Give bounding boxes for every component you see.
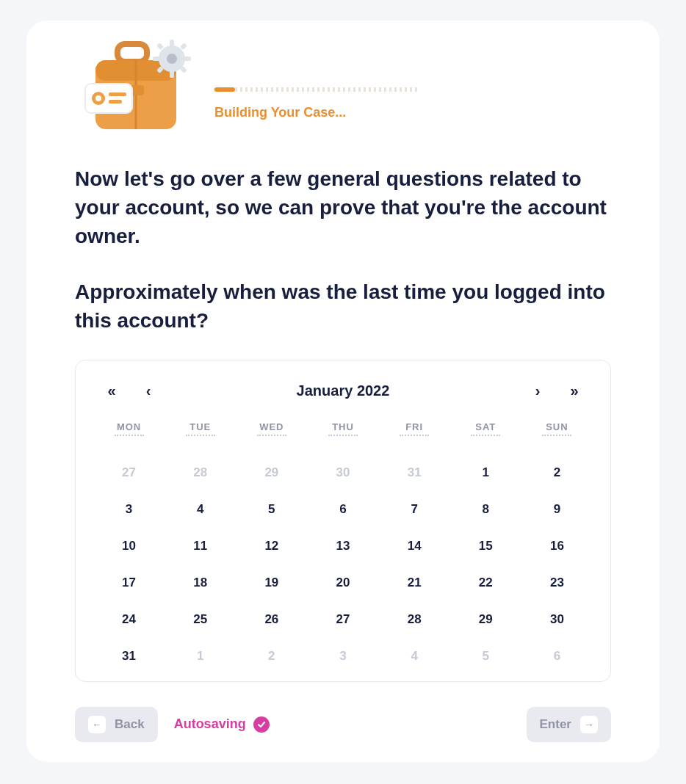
back-button[interactable]: ← Back [75, 707, 158, 742]
calendar-prev-month[interactable]: ‹ [130, 382, 167, 399]
svg-rect-11 [170, 40, 174, 47]
calendar-day[interactable]: 31 [379, 462, 450, 483]
calendar-day[interactable]: 28 [379, 609, 450, 630]
question-heading: Now let's go over a few general question… [75, 164, 611, 251]
autosave-label: Autosaving [174, 716, 246, 732]
calendar-next-month[interactable]: › [519, 382, 556, 399]
calendar-day[interactable]: 6 [307, 499, 378, 520]
calendar-day[interactable]: 28 [165, 462, 236, 483]
calendar-day[interactable]: 2 [236, 646, 307, 667]
svg-rect-17 [180, 43, 187, 50]
svg-rect-0 [118, 44, 147, 62]
calendar-day[interactable]: 4 [379, 646, 450, 667]
form-card: Building Your Case... Now let's go over … [26, 21, 660, 762]
calendar-day[interactable]: 11 [165, 536, 236, 556]
progress-block: Building Your Case... [214, 87, 611, 137]
progress-fill [214, 87, 235, 92]
calendar: « ‹ January 2022 › » MONTUEWEDTHUFRISATS… [75, 360, 611, 682]
calendar-day[interactable]: 3 [307, 646, 378, 667]
calendar-day[interactable]: 8 [450, 499, 521, 520]
calendar-day[interactable]: 9 [521, 499, 593, 520]
question-subheading: Approximately when was the last time you… [75, 277, 611, 335]
briefcase-illustration [75, 41, 189, 137]
enter-button-label: Enter [540, 717, 571, 732]
calendar-day[interactable]: 24 [93, 609, 165, 630]
calendar-day[interactable]: 20 [307, 573, 378, 593]
calendar-title: January 2022 [167, 382, 519, 399]
calendar-day[interactable]: 5 [236, 499, 307, 520]
calendar-day[interactable]: 12 [236, 536, 307, 556]
calendar-dow: FRI [400, 421, 429, 436]
calendar-day[interactable]: 14 [379, 536, 450, 556]
svg-rect-12 [170, 70, 174, 78]
calendar-day[interactable]: 1 [450, 462, 521, 483]
header-row: Building Your Case... [75, 41, 611, 137]
svg-rect-14 [184, 57, 191, 61]
calendar-day[interactable]: 18 [165, 573, 236, 593]
gear-icon [151, 38, 192, 79]
svg-rect-8 [109, 92, 126, 96]
progress-label: Building Your Case... [214, 105, 611, 120]
calendar-day[interactable]: 10 [93, 536, 165, 556]
svg-rect-9 [109, 100, 122, 104]
calendar-nav: « ‹ January 2022 › » [93, 382, 593, 399]
enter-button[interactable]: Enter → [527, 707, 611, 742]
calendar-day[interactable]: 6 [521, 646, 593, 667]
calendar-day[interactable]: 5 [450, 646, 521, 667]
calendar-day[interactable]: 7 [379, 499, 450, 520]
calendar-day[interactable]: 16 [521, 536, 593, 556]
autosave-status: Autosaving [174, 716, 270, 733]
calendar-dow: MON [115, 421, 144, 436]
svg-rect-13 [153, 57, 160, 61]
calendar-day[interactable]: 30 [521, 609, 593, 630]
progress-bar [214, 87, 420, 92]
calendar-day[interactable]: 30 [307, 462, 378, 483]
calendar-day[interactable]: 31 [93, 646, 165, 667]
arrow-left-icon: ← [88, 716, 106, 733]
calendar-prev-year[interactable]: « [93, 382, 130, 399]
footer-row: ← Back Autosaving Enter → [75, 707, 611, 742]
calendar-day[interactable]: 15 [450, 536, 521, 556]
svg-point-19 [167, 54, 177, 64]
calendar-day[interactable]: 2 [521, 462, 593, 483]
svg-rect-15 [156, 43, 164, 50]
svg-point-7 [95, 95, 101, 101]
calendar-day[interactable]: 23 [521, 573, 593, 593]
calendar-day[interactable]: 22 [450, 573, 521, 593]
calendar-day[interactable]: 25 [165, 609, 236, 630]
calendar-day[interactable]: 17 [93, 573, 165, 593]
arrow-right-icon: → [580, 716, 598, 733]
calendar-day[interactable]: 4 [165, 499, 236, 520]
calendar-day[interactable]: 29 [236, 462, 307, 483]
calendar-day[interactable]: 21 [379, 573, 450, 593]
calendar-dow: TUE [186, 421, 215, 436]
calendar-next-year[interactable]: » [556, 382, 593, 399]
calendar-dow: WED [257, 421, 286, 436]
calendar-day[interactable]: 1 [165, 646, 236, 667]
calendar-dow: THU [328, 421, 358, 436]
calendar-day[interactable]: 27 [307, 609, 378, 630]
back-button-label: Back [115, 717, 145, 732]
calendar-day[interactable]: 19 [236, 573, 307, 593]
calendar-day[interactable]: 26 [236, 609, 307, 630]
calendar-day[interactable]: 3 [93, 499, 165, 520]
check-icon [253, 716, 270, 733]
calendar-day[interactable]: 29 [450, 609, 521, 630]
calendar-day[interactable]: 27 [93, 462, 165, 483]
calendar-day[interactable]: 13 [307, 536, 378, 556]
calendar-dow: SUN [542, 421, 571, 436]
calendar-dow: SAT [471, 421, 500, 436]
calendar-grid: MONTUEWEDTHUFRISATSUN2728293031123456789… [93, 421, 593, 667]
